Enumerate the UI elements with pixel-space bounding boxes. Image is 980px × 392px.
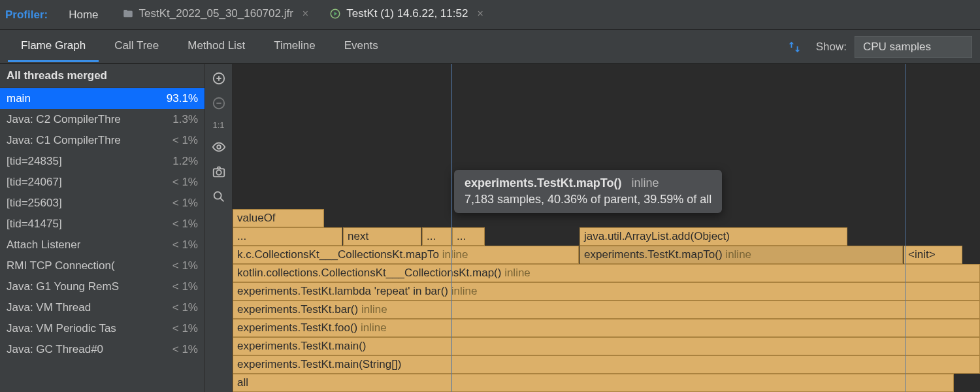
flame-frame-label: experiments.TestKt.main(String[])	[237, 358, 401, 370]
flame-frame[interactable]: experiments.TestKt.mapTo() inline	[580, 246, 903, 264]
subtab-method-list[interactable]: Method List	[174, 31, 258, 62]
thread-row[interactable]: Java: GC Thread#0< 1%	[0, 339, 204, 360]
flame-frame-label: all	[237, 376, 248, 389]
inline-badge: inline	[723, 248, 751, 261]
zoom-reset-button[interactable]: 1:1	[212, 120, 224, 130]
thread-percent: 1.3%	[167, 113, 198, 126]
thread-percent: < 1%	[167, 259, 198, 272]
flame-frame-label: ...	[427, 230, 436, 242]
thread-row[interactable]: Java: G1 Young RemS< 1%	[0, 276, 204, 297]
flame-frame[interactable]: ...	[233, 227, 342, 246]
flame-guideline	[451, 64, 452, 392]
tab-label: TestKt_2022_05_30_160702.jfr	[139, 7, 293, 20]
tooltip-inline-hint: inline	[631, 176, 659, 189]
home-link[interactable]: Home	[57, 5, 110, 25]
thread-row[interactable]: [tid=24835]1.2%	[0, 151, 204, 172]
zoom-in-icon[interactable]	[211, 71, 227, 86]
search-icon[interactable]	[211, 189, 227, 204]
tooltip-title: experiments.TestKt.mapTo()	[465, 176, 621, 189]
flame-frame[interactable]: ...	[422, 227, 451, 246]
show-dropdown[interactable]: CPU samples	[855, 36, 972, 58]
refresh-run-icon	[329, 8, 341, 20]
thread-row[interactable]: Java: VM Periodic Tas< 1%	[0, 318, 204, 339]
flame-frame[interactable]: all	[233, 374, 954, 392]
thread-percent: < 1%	[167, 301, 198, 314]
thread-name: Java: C2 CompilerThre	[7, 113, 121, 126]
flame-frame[interactable]: ...	[452, 227, 485, 246]
thread-name: main	[7, 92, 31, 105]
thread-row[interactable]: [tid=25603]< 1%	[0, 193, 204, 214]
thread-name: RMI TCP Connection(	[7, 259, 115, 272]
close-icon[interactable]: ×	[477, 8, 483, 20]
thread-name: Java: GC Thread#0	[7, 343, 103, 356]
thread-name: Attach Listener	[7, 238, 80, 252]
flame-frame[interactable]: experiments.TestKt.main()	[233, 337, 980, 355]
svg-point-5	[216, 170, 221, 174]
flame-frame-label: next	[348, 230, 368, 242]
thread-name: [tid=24835]	[7, 155, 62, 168]
thread-percent: < 1%	[167, 176, 198, 189]
thread-row[interactable]: main93.1%	[0, 88, 204, 109]
close-icon[interactable]: ×	[302, 8, 308, 20]
zoom-out-icon[interactable]	[211, 95, 227, 111]
flame-frame[interactable]: kotlin.collections.CollectionsKt___Colle…	[233, 264, 980, 282]
thread-row[interactable]: Java: C2 CompilerThre1.3%	[0, 109, 204, 130]
inline-badge: inline	[439, 248, 468, 261]
eye-icon[interactable]	[211, 139, 227, 155]
flame-frame-label: experiments.TestKt.lambda 'repeat' in ba…	[237, 285, 448, 297]
subtab-call-tree[interactable]: Call Tree	[101, 31, 172, 62]
flame-frame[interactable]: experiments.TestKt.bar() inline	[233, 301, 980, 319]
profiler-top-bar: Profiler: Home TestKt_2022_05_30_160702.…	[0, 0, 980, 30]
flame-graph[interactable]: allexperiments.TestKt.main(String[])expe…	[233, 64, 980, 392]
thread-percent: < 1%	[167, 322, 198, 335]
thread-percent: < 1%	[167, 343, 198, 356]
flame-frame-label: experiments.TestKt.mapTo()	[584, 248, 723, 261]
profiler-sub-bar: Flame Graph Call Tree Method List Timeli…	[0, 30, 980, 64]
swap-direction-icon[interactable]	[787, 40, 802, 54]
flame-frame-label: experiments.TestKt.bar()	[237, 303, 358, 316]
thread-row[interactable]: Attach Listener< 1%	[0, 235, 204, 255]
thread-percent: < 1%	[167, 280, 198, 293]
flame-frame-label: kotlin.collections.CollectionsKt___Colle…	[237, 267, 501, 279]
show-label: Show:	[816, 41, 852, 54]
thread-row[interactable]: [tid=24067]< 1%	[0, 172, 204, 193]
flame-frame[interactable]: <init>	[904, 246, 962, 264]
flame-frame[interactable]: experiments.TestKt.lambda 'repeat' in ba…	[233, 282, 980, 301]
flame-frame[interactable]: next	[343, 227, 421, 246]
flame-frame[interactable]: valueOf	[233, 209, 324, 227]
tooltip-detail: 7,183 samples, 40.36% of parent, 39.59% …	[465, 193, 711, 206]
tab-run-session[interactable]: TestKt (1) 14.6.22, 11:52 ×	[320, 3, 493, 26]
thread-row[interactable]: [tid=41475]< 1%	[0, 214, 204, 235]
thread-row[interactable]: Java: C1 CompilerThre< 1%	[0, 130, 204, 151]
thread-percent: < 1%	[167, 197, 198, 210]
svg-point-6	[214, 192, 221, 199]
inline-badge: inline	[358, 303, 387, 316]
thread-name: Java: G1 Young RemS	[7, 280, 119, 293]
tab-file-jfr[interactable]: TestKt_2022_05_30_160702.jfr ×	[113, 3, 318, 26]
sidebar-header[interactable]: All threads merged	[0, 64, 204, 88]
flame-frame[interactable]: k.c.CollectionsKt___CollectionsKt.mapTo …	[233, 246, 579, 264]
capture-icon[interactable]	[211, 164, 227, 180]
thread-percent: < 1%	[167, 134, 198, 147]
flame-frame-label: experiments.TestKt.foo()	[237, 321, 357, 334]
inline-badge: inline	[357, 321, 386, 334]
thread-row[interactable]: RMI TCP Connection(< 1%	[0, 255, 204, 276]
thread-name: [tid=41475]	[7, 218, 62, 231]
flame-frame[interactable]: java.util.ArrayList.add(Object)	[580, 227, 847, 246]
subtab-flame-graph[interactable]: Flame Graph	[8, 31, 99, 62]
thread-name: Java: VM Thread	[7, 301, 91, 314]
inline-badge: inline	[448, 285, 477, 297]
flame-frame-label: k.c.CollectionsKt___CollectionsKt.mapTo	[237, 248, 439, 261]
subtab-timeline[interactable]: Timeline	[261, 31, 329, 62]
flame-frame[interactable]: experiments.TestKt.foo() inline	[233, 319, 980, 337]
thread-row[interactable]: Java: VM Thread< 1%	[0, 297, 204, 318]
flame-frame[interactable]: experiments.TestKt.main(String[])	[233, 355, 980, 374]
subtab-events[interactable]: Events	[331, 31, 391, 62]
thread-name: [tid=24067]	[7, 176, 62, 189]
thread-percent: < 1%	[167, 238, 198, 252]
flame-frame-label: java.util.ArrayList.add(Object)	[584, 230, 730, 242]
tab-label: TestKt (1) 14.6.22, 11:52	[346, 7, 468, 20]
flame-frame-label: valueOf	[237, 212, 276, 224]
flame-guideline	[906, 64, 906, 392]
flame-frame-label: <init>	[908, 248, 936, 261]
